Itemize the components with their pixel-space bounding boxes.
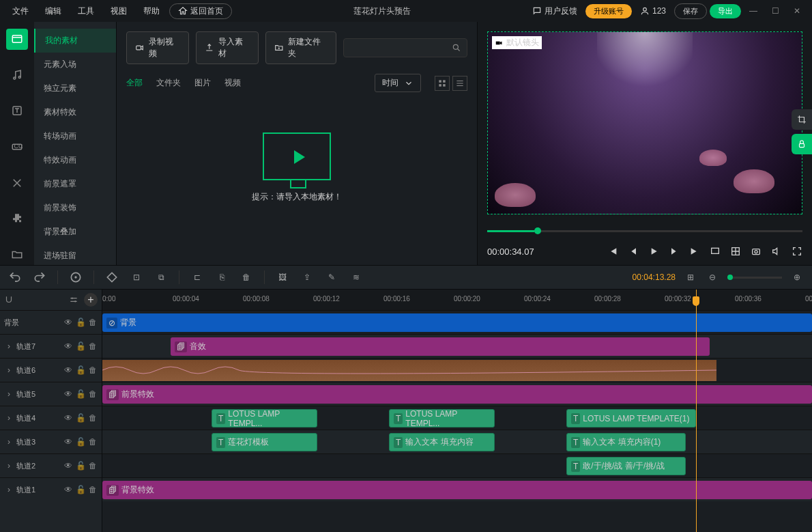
chevron-right-icon[interactable]: › xyxy=(4,341,14,351)
track-row[interactable]: T莲花灯模板T输入文本 填充内容T输入文本 填充内容(1) xyxy=(102,430,812,453)
trash-icon[interactable]: 🗑 xyxy=(88,461,98,471)
timeline-clip[interactable]: 🗐前景特效 xyxy=(102,385,812,404)
lock-icon[interactable]: 🔓 xyxy=(76,341,85,351)
chevron-right-icon[interactable]: › xyxy=(4,437,14,447)
cat-material-fx[interactable]: 素材特效 xyxy=(34,100,116,124)
menu-help[interactable]: 帮助 xyxy=(136,3,166,20)
time-ruler[interactable]: 0:0000:00:0400:00:0800:00:1200:00:1600:0… xyxy=(102,290,812,310)
trash-icon[interactable]: 🗑 xyxy=(88,365,98,375)
nav-filter[interactable] xyxy=(6,172,28,193)
nav-caption[interactable]: CC xyxy=(6,137,28,158)
save-button[interactable]: 保存 xyxy=(674,3,707,19)
sort-dropdown[interactable]: 时间 xyxy=(375,74,421,92)
grid-icon[interactable] xyxy=(730,246,741,257)
visibility-icon[interactable]: 👁 xyxy=(63,461,73,471)
prev-frame-button[interactable] xyxy=(628,246,639,257)
track-row[interactable]: TLOTUS LAMP TEMPL...TLOTUS LAMP TEMPL...… xyxy=(102,406,812,430)
import-material-button[interactable]: 导入素材 xyxy=(196,31,259,64)
timeline-clip[interactable]: 🗐音效 xyxy=(171,337,710,356)
crop-button[interactable]: ⊏ xyxy=(190,270,204,284)
track-row[interactable]: T敢/于/挑/战 善/于/挑/战 xyxy=(102,453,812,477)
timeline-clip[interactable]: 🗐背景特效 xyxy=(102,481,812,499)
visibility-icon[interactable]: 👁 xyxy=(63,365,73,375)
visibility-icon[interactable]: 👁 xyxy=(63,341,73,351)
playhead[interactable] xyxy=(696,290,697,532)
track-row[interactable]: ⊘背景 xyxy=(102,310,812,334)
feedback-link[interactable]: 用户反馈 xyxy=(532,5,577,17)
lock-icon[interactable]: 🔓 xyxy=(76,413,85,423)
add-track-button[interactable]: + xyxy=(84,293,98,307)
mark-in-button[interactable]: ⊡ xyxy=(130,270,143,284)
nav-media[interactable] xyxy=(6,29,28,50)
timeline-clip[interactable]: TLOTUS LAMP TEMPLATE(1) xyxy=(566,409,696,428)
return-home-button[interactable]: 返回首页 xyxy=(169,3,232,19)
nav-text[interactable] xyxy=(6,100,28,122)
track-row[interactable]: 🗐前景特效 xyxy=(102,382,812,406)
export-button[interactable]: 导出 xyxy=(710,4,741,18)
lock-icon[interactable]: 🔓 xyxy=(76,365,85,375)
lock-icon[interactable]: 🔓 xyxy=(76,318,85,327)
track-row[interactable] xyxy=(102,358,812,382)
chevron-right-icon[interactable]: › xyxy=(4,413,14,423)
target-button[interactable] xyxy=(69,270,83,284)
cat-fg-deco[interactable]: 前景装饰 xyxy=(34,196,116,220)
play-button[interactable] xyxy=(648,246,659,257)
lock-icon[interactable]: 🔓 xyxy=(76,461,85,471)
lock-tool-button[interactable] xyxy=(792,134,812,154)
close-button[interactable]: ✕ xyxy=(787,6,807,16)
track-row[interactable]: 🗐背景特效 xyxy=(102,477,812,501)
lock-icon[interactable]: 🔓 xyxy=(76,437,85,447)
zoom-out-button[interactable]: ⊖ xyxy=(706,270,719,284)
nav-folder[interactable] xyxy=(6,244,28,265)
cat-bg-overlay[interactable]: 背景叠加 xyxy=(34,220,116,244)
lock-icon[interactable]: 🔓 xyxy=(76,485,85,494)
tab-all[interactable]: 全部 xyxy=(126,77,143,89)
maximize-button[interactable]: ☐ xyxy=(766,6,785,16)
trash-icon[interactable]: 🗑 xyxy=(88,485,98,494)
chevron-right-icon[interactable]: › xyxy=(4,485,14,494)
timeline-clip[interactable]: TLOTUS LAMP TEMPL... xyxy=(212,409,317,428)
tab-folder[interactable]: 文件夹 xyxy=(156,77,181,89)
view-list-button[interactable] xyxy=(452,76,467,91)
user-info[interactable]: 123 xyxy=(640,6,666,16)
timeline-clip[interactable]: ⊘背景 xyxy=(102,313,812,332)
split-button[interactable]: ⧉ xyxy=(154,270,168,284)
cat-my-material[interactable]: 我的素材 xyxy=(34,29,116,53)
cat-transition[interactable]: 转场动画 xyxy=(34,124,116,148)
track-row[interactable]: 🗐音效 xyxy=(102,334,812,358)
volume-button[interactable] xyxy=(771,246,782,257)
crop-tool-button[interactable] xyxy=(792,109,812,130)
search-box[interactable] xyxy=(343,38,467,57)
tab-video[interactable]: 视频 xyxy=(224,77,241,89)
preview-slider[interactable] xyxy=(478,224,812,238)
chevron-right-icon[interactable]: › xyxy=(4,365,14,375)
audio-clip[interactable] xyxy=(102,360,716,381)
nav-audio[interactable] xyxy=(6,65,28,86)
magnet-icon[interactable] xyxy=(4,295,14,305)
record-video-button[interactable]: 录制视频 xyxy=(126,31,189,64)
upgrade-button[interactable]: 升级账号 xyxy=(585,4,632,18)
keyframe-button[interactable] xyxy=(105,270,119,284)
new-folder-button[interactable]: 新建文件夹 xyxy=(265,31,336,64)
tab-image[interactable]: 图片 xyxy=(194,77,211,89)
timeline-clip[interactable]: T输入文本 填充内容(1) xyxy=(566,433,686,451)
screen-icon[interactable] xyxy=(710,246,721,257)
menu-view[interactable]: 视图 xyxy=(104,3,134,20)
nav-plugin[interactable] xyxy=(6,208,28,229)
timeline-clip[interactable]: T敢/于/挑/战 善/于/挑/战 xyxy=(566,457,686,475)
cat-element-in[interactable]: 元素入场 xyxy=(34,53,116,76)
delete-button[interactable]: 🗑 xyxy=(240,270,253,284)
cat-independent[interactable]: 独立元素 xyxy=(34,76,116,100)
export-clip-button[interactable]: ⇪ xyxy=(300,270,314,284)
chevron-right-icon[interactable]: › xyxy=(4,389,14,399)
menu-tools[interactable]: 工具 xyxy=(71,3,101,20)
visibility-icon[interactable]: 👁 xyxy=(63,318,73,327)
visibility-icon[interactable]: 👁 xyxy=(63,389,73,399)
image-button[interactable]: 🖼 xyxy=(276,270,289,284)
undo-button[interactable] xyxy=(8,270,22,284)
timeline-clip[interactable]: T输入文本 填充内容 xyxy=(389,433,495,451)
minimize-button[interactable]: — xyxy=(744,6,763,16)
goto-end-button[interactable] xyxy=(689,246,700,257)
trash-icon[interactable]: 🗑 xyxy=(88,341,98,351)
fullscreen-button[interactable] xyxy=(792,246,802,257)
